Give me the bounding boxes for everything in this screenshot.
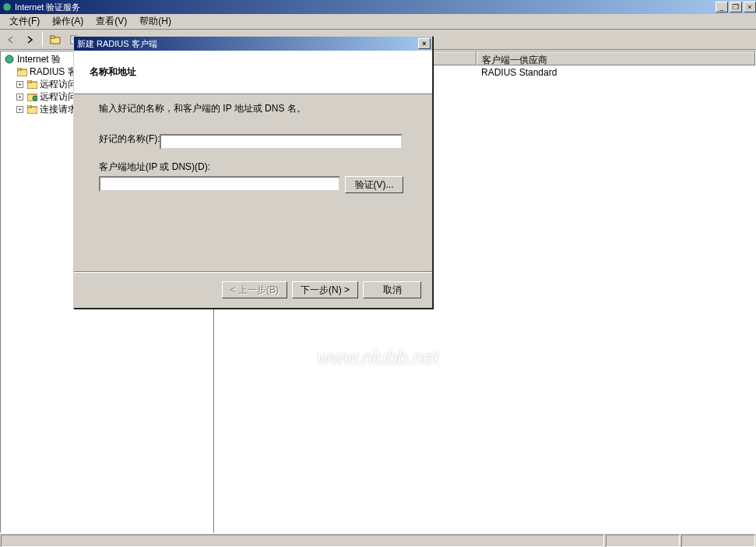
tree-remote2-label: 远程访问 [40, 90, 77, 104]
friendly-name-input[interactable] [160, 134, 403, 150]
toolbar-separator [42, 33, 43, 47]
dialog-hint: 输入好记的名称，和客户端的 IP 地址或 DNS 名。 [99, 102, 407, 115]
minimize-button[interactable]: _ [716, 2, 728, 12]
dialog-header: 名称和地址 [74, 51, 432, 94]
svg-rect-8 [17, 68, 21, 70]
dialog-title: 新建 RADIUS 客户端 [77, 38, 418, 50]
menu-help[interactable]: 帮助(H) [133, 13, 178, 30]
dialog-header-text: 名称和地址 [90, 65, 136, 79]
policy-icon [26, 91, 37, 102]
dialog-footer: < 上一步(B) 下一步(N) > 取消 [74, 271, 432, 298]
back-button[interactable] [3, 32, 19, 48]
svg-rect-10 [27, 80, 31, 83]
svg-point-12 [33, 96, 37, 101]
svg-rect-14 [27, 105, 31, 108]
folder-icon [16, 66, 27, 77]
cancel-button[interactable]: 取消 [363, 281, 421, 298]
svg-point-0 [3, 3, 11, 11]
status-cell [606, 535, 680, 547]
expand-icon[interactable]: + [16, 81, 23, 88]
expand-icon[interactable]: + [16, 94, 23, 101]
up-button[interactable] [47, 32, 63, 48]
svg-rect-2 [51, 36, 55, 38]
new-radius-client-dialog: 新建 RADIUS 客户端 × 名称和地址 输入好记的名称，和客户端的 IP 地… [73, 36, 433, 309]
expand-icon[interactable]: + [16, 106, 23, 113]
client-address-input[interactable] [99, 176, 340, 192]
close-button[interactable]: × [744, 2, 756, 12]
tree-remote1-label: 远程访问 [40, 78, 77, 91]
window-title: Internet 验证服务 [15, 2, 714, 13]
folder-icon [26, 79, 37, 90]
menu-file[interactable]: 文件(F) [3, 13, 46, 30]
next-button[interactable]: 下一步(N) > [292, 281, 358, 298]
statusbar [0, 533, 756, 547]
menu-action[interactable]: 操作(A) [46, 13, 90, 30]
menu-view[interactable]: 查看(V) [90, 13, 133, 30]
restore-button[interactable]: ❐ [730, 2, 742, 12]
client-address-label: 客户端地址(IP 或 DNS)(D): [99, 161, 407, 174]
server-icon [4, 54, 15, 65]
dialog-titlebar: 新建 RADIUS 客户端 × [74, 37, 432, 51]
dialog-close-button[interactable]: × [418, 38, 431, 49]
status-cell [681, 535, 755, 547]
verify-button[interactable]: 验证(V)... [345, 176, 403, 193]
menubar: 文件(F) 操作(A) 查看(V) 帮助(H) [0, 14, 756, 30]
tree-radius-label: RADIUS 客 [30, 65, 77, 79]
folder-icon [26, 104, 37, 115]
tree-root-label: Internet 验 [17, 53, 61, 66]
titlebar: Internet 验证服务 _ ❐ × [0, 0, 756, 14]
svg-point-6 [5, 55, 13, 63]
cell-vendor: RADIUS Standard [481, 67, 751, 78]
col-vendor[interactable]: 客户端一供应商 [476, 51, 755, 65]
back-button: < 上一步(B) [222, 281, 287, 298]
tree-conn-label: 连接请求 [40, 103, 77, 116]
app-icon [2, 2, 12, 12]
forward-button[interactable] [22, 32, 37, 48]
status-main [1, 535, 604, 547]
